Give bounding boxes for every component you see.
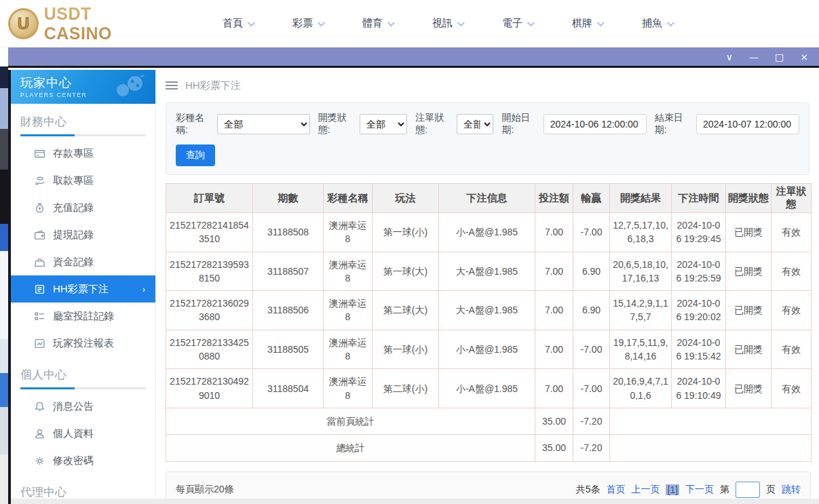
modal-titlebar: ∨—□×: [8, 47, 819, 68]
cell-9: 已開獎: [726, 330, 772, 369]
chevron-down-icon: [387, 18, 395, 26]
cell-3: 第二球(大): [373, 291, 439, 330]
col-header-7: 開獎結果: [610, 184, 672, 213]
cell-1: 31188506: [253, 291, 324, 330]
bets-table-wrap: 訂單號期數彩種名稱玩法下注信息投注額輸贏開獎結果下注時間開獎狀態注單狀態2152…: [166, 183, 810, 462]
main-panel: HH彩票下注 彩種名稱: 全部 開獎狀態: 全部 注單狀態: 全部 開始日期:: [156, 70, 819, 504]
cell-4: 小-A盤@1.985: [439, 330, 535, 369]
current-page-indicator[interactable]: [1]: [666, 484, 679, 495]
summary-bet-total: 35.00: [535, 408, 573, 434]
filter-row: 彩種名稱: 全部 開獎狀態: 全部 注單狀態: 全部 開始日期: 結束日期:: [176, 112, 799, 136]
collapse-window-icon[interactable]: ∨: [726, 52, 733, 62]
sidebar-item-funds-record[interactable]: 資金記錄: [11, 248, 155, 275]
top-nav-menu: 首頁彩票體育視訊電子棋牌捕魚: [203, 17, 692, 30]
sidebar-sections: 財務中心存款專區取款專區充值記錄提現記錄資金記錄HH彩票下注›廳室投註記錄玩家投…: [11, 104, 155, 504]
lottery-name-select[interactable]: 全部: [217, 114, 310, 134]
sidebar-item-hh-lottery-bet[interactable]: HH彩票下注›: [11, 275, 155, 303]
sidebar-item-hall-bet-record[interactable]: 廳室投註記錄: [11, 303, 155, 330]
cell-10: 有效: [772, 330, 812, 369]
bets-table: 訂單號期數彩種名稱玩法下注信息投注額輸贏開獎結果下注時間開獎狀態注單狀態2152…: [166, 183, 812, 462]
chevron-down-icon: [667, 18, 674, 26]
summary-row: 當前頁統計35.00-7.20: [166, 408, 812, 434]
cell-8: 2024-10-06 19:29:45: [672, 213, 726, 252]
sidebar-item-profile[interactable]: 個人資料: [11, 420, 155, 447]
cell-5: 7.00: [535, 252, 573, 291]
end-date-label: 結束日期:: [655, 112, 693, 136]
nav-item-label: 視訊: [432, 17, 453, 30]
cell-2: 澳洲幸运8: [324, 252, 373, 291]
nav-item-fishing[interactable]: 捕魚: [622, 17, 692, 30]
pagination-controls: 共5条 首页 上一页 [1] 下一页 第 页 跳转: [576, 482, 801, 498]
close-window-icon[interactable]: ×: [800, 52, 808, 62]
sidebar-item-withdrawal-record[interactable]: 提現記錄: [11, 221, 155, 248]
maximize-window-icon[interactable]: □: [775, 52, 784, 62]
menu-toggle-icon[interactable]: [166, 81, 178, 90]
cell-4: 小-A盤@1.985: [439, 369, 535, 408]
sidebar-item-recharge-record[interactable]: 充值記錄: [11, 194, 155, 221]
site-logo[interactable]: U USDT CASINO: [8, 4, 161, 43]
sidebar-item-player-bet-report[interactable]: 玩家投注報表: [11, 330, 155, 357]
sidebar-item-label: 玩家投注報表: [53, 337, 114, 350]
col-header-8: 下注時間: [672, 184, 726, 213]
summary-winloss-total: -7.20: [573, 435, 610, 461]
table-row: 215217282136029368031188506澳洲幸运8第二球(大)大-…: [166, 291, 812, 330]
nav-item-label: 棋牌: [572, 17, 592, 30]
sidebar: 玩家中心 PLAYERS CENTER 財務中心存款專區取款專區充值記錄提現記錄…: [11, 70, 156, 504]
total-count-text: 共5条: [576, 484, 601, 496]
sidebar-item-deposit[interactable]: 存款專區: [11, 140, 155, 167]
next-page-link[interactable]: 下一页: [685, 484, 714, 496]
sidebar-item-label: 提現記錄: [53, 229, 94, 241]
sidebar-item-label: 存款專區: [53, 147, 94, 160]
summary-empty: [610, 408, 812, 434]
col-header-0: 訂單號: [166, 184, 253, 213]
lottery-name-label: 彩種名稱:: [176, 112, 214, 136]
draw-status-select[interactable]: 全部: [360, 114, 407, 134]
cell-5: 7.00: [535, 330, 573, 369]
cell-10: 有效: [772, 213, 812, 252]
cell-0: 2152172821334250880: [166, 330, 253, 369]
page-title: HH彩票下注: [185, 79, 241, 92]
sidebar-item-announcements[interactable]: 消息公告: [11, 393, 155, 420]
query-button[interactable]: 查詢: [176, 144, 215, 166]
col-header-3: 玩法: [373, 184, 439, 213]
filter-panel: 彩種名稱: 全部 開獎狀態: 全部 注單狀態: 全部 開始日期: 結束日期:: [166, 102, 810, 175]
order-status-select[interactable]: 全部: [457, 114, 493, 134]
modal-footer-strip: [11, 499, 819, 504]
nav-item-lottery[interactable]: 彩票: [273, 17, 343, 30]
nav-item-chess-cards[interactable]: 棋牌: [552, 17, 622, 30]
cell-5: 7.00: [535, 369, 573, 408]
table-header-row: 訂單號期數彩種名稱玩法下注信息投注額輸贏開獎結果下注時間開獎狀態注單狀態: [166, 184, 812, 213]
nav-item-electronic[interactable]: 電子: [482, 17, 552, 30]
nav-item-live-video[interactable]: 視訊: [413, 17, 482, 30]
cell-1: 31188504: [253, 369, 324, 408]
cell-3: 第一球(大): [373, 252, 439, 291]
cell-1: 31188508: [253, 213, 324, 252]
nav-item-label: 彩票: [292, 17, 313, 30]
table-row: 215217282133425088031188505澳洲幸运8第一球(小)小-…: [166, 330, 812, 369]
funds-purse-icon: [34, 256, 45, 268]
end-date-input[interactable]: [696, 114, 799, 134]
cell-10: 有效: [772, 369, 812, 408]
player-center-modal: 玩家中心 PLAYERS CENTER 財務中心存款專區取款專區充值記錄提現記錄…: [8, 70, 819, 504]
cell-7: 20,6,5,18,10,17,16,13: [610, 252, 672, 291]
nav-item-sports[interactable]: 體育: [343, 17, 413, 30]
sidebar-item-change-password[interactable]: 修改密碼: [11, 447, 155, 474]
page-jump-input[interactable]: [736, 482, 760, 498]
cell-8: 2024-10-06 19:20:02: [672, 291, 726, 330]
nav-item-home[interactable]: 首頁: [203, 17, 273, 30]
sidebar-item-label: 廳室投註記錄: [53, 310, 114, 323]
jump-link[interactable]: 跳转: [782, 484, 801, 496]
prev-page-link[interactable]: 上一页: [631, 484, 660, 496]
start-date-input[interactable]: [544, 114, 647, 134]
recharge-bag-icon: [34, 202, 45, 214]
first-page-link[interactable]: 首页: [606, 484, 625, 496]
sidebar-item-label: 充值記錄: [53, 201, 94, 214]
sidebar-item-label: 資金記錄: [53, 256, 94, 269]
cell-7: 19,17,5,11,9,8,14,16: [610, 330, 672, 369]
sidebar-item-withdraw[interactable]: 取款專區: [11, 167, 155, 194]
cell-7: 12,7,5,17,10,6,18,3: [610, 213, 672, 252]
order-status-label: 注單狀態:: [415, 112, 453, 136]
minimize-window-icon[interactable]: —: [749, 52, 759, 62]
cell-4: 大-A盤@1.985: [439, 291, 535, 330]
cell-3: 第一球(小): [373, 330, 439, 369]
